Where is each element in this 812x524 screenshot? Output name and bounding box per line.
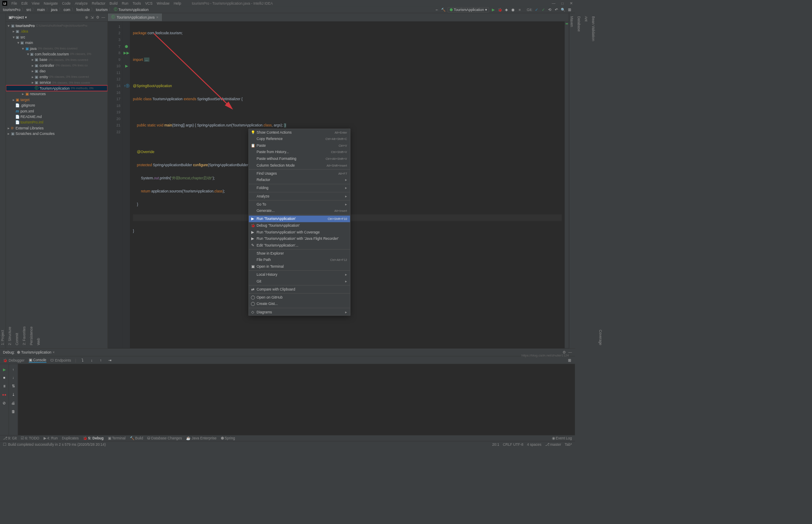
run-gutter-icon[interactable]: ⬢ [123,43,130,50]
breadcrumb-item[interactable]: feelcode [76,8,90,12]
debug-tab-debugger[interactable]: 🐞 Debugger [3,358,25,362]
ide-icon[interactable]: ⊞ [567,7,572,12]
minimize-icon[interactable]: — [552,1,555,5]
menu-help[interactable]: Help [172,0,183,6]
bottom-tab-java[interactable]: ☕ Java Enterprise [186,436,217,440]
tree-node-dao[interactable]: ▸▣dao [6,68,107,74]
step-over-icon[interactable]: ⤵ [80,358,85,362]
menu-item[interactable]: 💡Show Context ActionsAlt+Enter [249,129,350,136]
menu-item[interactable]: ◯Open on GitHub [249,294,350,301]
tree-node-readme[interactable]: 📄README.md [6,114,107,119]
git-update-icon[interactable]: ✓ [534,7,539,12]
git-commit-icon[interactable]: ✓ [541,7,546,12]
bottom-tab-debug[interactable]: 🐞 5: Debug [83,436,104,440]
caret-position[interactable]: 20:1 [492,442,499,446]
run-config-selector[interactable]: ⬢ TourismApplication ▾ [447,7,489,13]
breadcrumb-item[interactable]: main [37,8,45,12]
right-tab-database[interactable]: Database [577,16,581,345]
breadcrumb[interactable]: tourismPro〉 src〉 main〉 java〉 com〉 feelco… [3,7,148,12]
menu-item[interactable]: Analyze▸ [249,193,350,200]
tree-node-app[interactable]: ⒸTourismApplication0% methods, 0% [6,85,107,91]
tree-node-base[interactable]: ▸▣base0% classes, 0% lines covered [6,57,107,63]
down-icon[interactable]: ↓ [11,376,15,380]
menu-item[interactable]: ▶Run 'TourismApplication'Ctrl+Shift+F10 [249,216,350,222]
breadcrumb-item[interactable]: TourismApplication [118,8,148,12]
bottom-tab-spring[interactable]: ⬢ Spring [221,436,235,440]
scroll-icon[interactable]: ⤓ [11,392,15,397]
menu-item[interactable]: ◯Create Gist... [249,301,350,307]
step-into-icon[interactable]: ↓ [89,358,94,362]
encoding[interactable]: CRLF UTF-8 [503,442,524,446]
stop-icon[interactable]: ■ [2,376,6,380]
git-branch[interactable]: ⎇ master [545,442,561,446]
close-icon[interactable]: ✕ [570,1,573,5]
tree-node-pom[interactable]: mpom.xml [6,108,107,114]
clear-icon[interactable]: 🗑 [11,409,15,414]
hammer-icon[interactable]: 🔨 [441,7,446,12]
run-to-cursor-icon[interactable]: ⇥ [107,358,112,362]
close-tab-icon[interactable]: × [156,15,159,19]
bottom-tab-terminal[interactable]: ▣ Terminal [108,436,126,440]
maximize-icon[interactable]: □ [561,1,563,5]
target-icon[interactable]: ⊕ [85,15,88,19]
menu-tools[interactable]: Tools [131,0,143,6]
menu-item[interactable]: ◇Diagrams▸ [249,309,350,315]
debug-icon[interactable]: 🐞 [497,7,502,12]
breadcrumb-item[interactable]: tourism [96,8,108,12]
run-gutter-icon[interactable]: ▶ [123,63,130,70]
menu-item[interactable]: Paste from History...Ctrl+Shift+V [249,149,350,156]
editor-tab[interactable]: Ⓒ TourismApplication.java × [108,14,162,21]
wrap-icon[interactable]: ⇅ [11,384,15,389]
menu-vcs[interactable]: VCS [143,0,154,6]
tree-node-service[interactable]: ▸▣service0% classes, 0% lines covere [6,80,107,85]
menu-item[interactable]: Show in Explorer [249,250,350,257]
git-history-icon[interactable]: ⟲ [547,7,552,12]
tree-node-src[interactable]: ▾▣src [6,34,107,40]
layout-icon[interactable]: ⊞ [567,358,572,362]
bottom-tab-build[interactable]: 🔨 Build [130,436,143,440]
menu-item[interactable]: Copy ReferenceCtrl+Alt+Shift+C [249,136,350,143]
left-tab-structure[interactable]: 2: Structure [8,16,12,345]
left-tab-favorites[interactable]: 2: Favorites [22,326,26,345]
tree-node-iml[interactable]: 📄tourismPro.iml [6,119,107,125]
menu-item[interactable]: File PathCtrl+Alt+F12 [249,257,350,263]
breadcrumb-item[interactable]: tourismPro [3,8,20,12]
menu-item[interactable]: Go To▸ [249,201,350,208]
event-log-tab[interactable]: ◉ Event Log [552,436,572,440]
right-tab-maven[interactable]: Maven [570,16,574,345]
menu-item[interactable]: ▣Open in Terminal [249,263,350,270]
menu-item[interactable]: Git▸ [249,278,350,285]
menu-view[interactable]: View [30,0,41,6]
gear-icon[interactable]: ⚙ [96,15,99,19]
indent[interactable]: 4 spaces [527,442,541,446]
bottom-tab-todo[interactable]: ☑ 6: TODO [21,436,39,440]
left-tab-project[interactable]: 1: Project [0,16,5,345]
run-gutter-icon[interactable]: ▶▶ [123,50,130,57]
status-icon[interactable]: ☐ [3,442,6,446]
menu-item[interactable]: Generate...Alt+Insert [249,208,350,214]
console-output[interactable] [18,364,575,435]
tree-node-package[interactable]: ▾▣com.feelcode.tourism0% classes, 0% [6,51,107,57]
step-out-icon[interactable]: ↑ [98,358,103,362]
tree-node-scratches[interactable]: ▸▣Scratches and Consoles [6,131,107,136]
close-icon[interactable]: × [52,350,55,354]
menu-item[interactable]: 📋PasteCtrl+V [249,142,350,149]
tree-node-java[interactable]: ▾▣java0% classes, 0% lines covered [6,46,107,51]
menu-item[interactable]: Refactor▸ [249,177,350,184]
view-breakpoints-icon[interactable]: ●● [2,392,6,397]
breadcrumb-item[interactable]: src [26,8,31,12]
menu-edit[interactable]: Edit [19,0,29,6]
menu-item[interactable]: ✎Edit 'TourismApplication'... [249,242,350,249]
mute-breakpoints-icon[interactable]: ⊘ [2,401,6,405]
menu-item[interactable]: Paste without FormattingCtrl+Alt+Shift+V [249,155,350,162]
tree-node-target[interactable]: ▸▣target [6,97,107,102]
debug-tab-endpoints[interactable]: ☋ Endpoints [50,358,71,362]
menu-item[interactable]: ▶Run 'TourismApplication' with Coverage [249,229,350,236]
coverage-icon[interactable]: ◈ [504,7,509,12]
collapse-icon[interactable]: ⇲ [91,15,93,19]
bottom-tab-run[interactable]: ▶ 4: Run [44,436,58,440]
override-icon[interactable]: ↑ⓞ [123,82,130,89]
bottom-tab-db[interactable]: ⛁ Database Changes [147,436,182,440]
hide-icon[interactable]: — [102,15,105,19]
bottom-tab-duplicates[interactable]: Duplicates [62,436,79,440]
